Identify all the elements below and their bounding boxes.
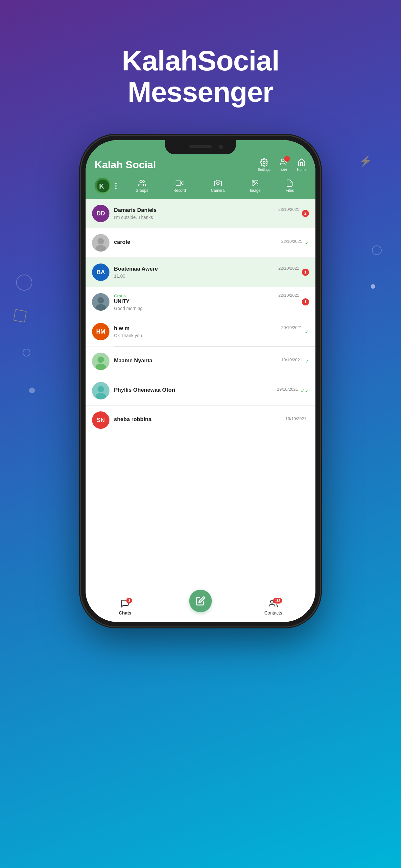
dot3 <box>115 188 117 189</box>
phone-frame: Kalah Social Settings <box>81 135 320 626</box>
chat-header-row: Maame Nyanta 19/10/2021 <box>114 358 302 364</box>
unread-badge: 2 <box>302 210 309 217</box>
nav-chats[interactable]: 3 Chats <box>119 599 131 616</box>
groups-button[interactable]: Groups <box>135 179 148 193</box>
contacts-badge: 185 <box>273 598 282 603</box>
camera-button[interactable]: Camera <box>211 179 225 193</box>
svg-point-16 <box>97 297 104 304</box>
chat-item[interactable]: Maame Nyanta 19/10/2021 ✓ <box>86 347 315 376</box>
svg-point-20 <box>96 364 106 370</box>
chat-preview: Ok Thank you <box>114 333 302 338</box>
message-status-check: ✓ <box>305 359 309 365</box>
dot1 <box>115 183 117 184</box>
chat-item[interactable]: DD Damaris Daniels 23/10/2021 I'm outsid… <box>86 199 315 228</box>
unread-badge: 1 <box>302 269 309 276</box>
chats-badge: 3 <box>126 598 132 603</box>
svg-rect-8 <box>176 181 181 185</box>
phone-notch <box>165 140 236 154</box>
svg-point-13 <box>97 238 104 244</box>
record-icon <box>176 179 183 187</box>
chat-name: Maame Nyanta <box>114 358 152 364</box>
svg-point-6 <box>140 180 143 183</box>
kalah-logo-icon: K <box>96 180 110 192</box>
chat-right: 1 <box>302 269 309 276</box>
toolbar-actions: Groups Record <box>123 179 306 193</box>
chat-date: 22/10/2021 <box>278 266 299 271</box>
header-icons: Settings <box>258 158 306 172</box>
chat-item[interactable]: BA Boatemaa Awere 22/10/2021 11.00 1 <box>86 258 315 287</box>
contacts-label: Contacts <box>265 610 282 616</box>
chat-right: ✓✓ <box>301 388 309 394</box>
svg-point-19 <box>97 356 104 363</box>
avatar-image-icon <box>92 382 110 399</box>
bottom-navigation: 3 Chats <box>86 595 315 622</box>
chat-info: carole 22/10/2021 <box>114 239 302 247</box>
chat-item[interactable]: Phyllis Ohenewaa Ofori 19/10/2021 ✓✓ <box>86 376 315 406</box>
svg-text:K: K <box>99 182 104 190</box>
chat-header-row: Phyllis Ohenewaa Ofori 19/10/2021 <box>114 387 298 393</box>
chat-date: 20/10/2021 <box>281 325 302 330</box>
avatar <box>92 382 110 399</box>
image-button[interactable]: Image <box>250 179 260 193</box>
home-label: Home <box>297 167 306 172</box>
message-status-double-check: ✓✓ <box>301 388 309 394</box>
app-content: Kalah Social Settings <box>86 140 315 622</box>
chat-header-row: h w m 20/10/2021 <box>114 325 302 332</box>
chat-preview: Good morning <box>114 306 299 311</box>
gear-icon <box>260 158 268 166</box>
chat-header-row: Damaris Daniels 23/10/2021 <box>114 207 299 213</box>
compose-fab-button[interactable] <box>189 590 212 612</box>
chat-name: h w m <box>114 325 129 332</box>
avatar: DD <box>92 205 110 222</box>
chat-date: 19/10/2021 <box>285 416 306 421</box>
notch-speaker <box>189 145 212 148</box>
files-icon <box>286 179 294 187</box>
chat-right: 1 <box>302 299 309 306</box>
chat-item[interactable]: Group UNITY 22/10/2021 Good morning 1 <box>86 287 315 317</box>
app-name: Kalah Social <box>95 159 156 171</box>
chat-date: 19/10/2021 <box>277 387 298 392</box>
phone-mockup: Kalah Social Settings <box>81 135 320 626</box>
avatar: BA <box>92 264 110 281</box>
camera-label: Camera <box>211 188 225 193</box>
avatar <box>92 352 110 370</box>
nav-contacts[interactable]: 185 Contacts <box>265 599 282 616</box>
chat-item[interactable]: HM h w m 20/10/2021 Ok Thank you ✓ <box>86 317 315 346</box>
chat-date: 22/10/2021 <box>278 293 299 298</box>
groups-icon <box>138 179 146 187</box>
svg-point-23 <box>96 393 106 399</box>
settings-label: Settings <box>258 167 271 172</box>
chat-item[interactable]: carole 22/10/2021 ✓ <box>86 228 315 258</box>
app-logo-avatar[interactable]: K <box>95 178 112 194</box>
chat-name: UNITY <box>114 299 129 304</box>
add-button[interactable]: 1 Add <box>280 158 288 172</box>
chat-info: Phyllis Ohenewaa Ofori 19/10/2021 <box>114 387 298 395</box>
svg-point-14 <box>96 245 106 252</box>
unread-badge: 1 <box>302 299 309 306</box>
chat-right: ✓ <box>305 329 309 335</box>
header-toolbar: K <box>95 178 306 199</box>
chat-date: 23/10/2021 <box>278 207 299 212</box>
chat-name: Boatemaa Awere <box>114 266 158 272</box>
chat-header-row: carole 22/10/2021 <box>114 239 302 245</box>
group-label: Group <box>114 293 126 299</box>
record-button[interactable]: Record <box>174 179 186 193</box>
settings-button[interactable]: Settings <box>258 158 271 172</box>
phone-screen: Kalah Social Settings <box>86 140 315 622</box>
chat-header-row: sheba robbina 19/10/2021 <box>114 416 306 423</box>
home-button[interactable]: Home <box>297 158 306 172</box>
avatar: SN <box>92 411 110 429</box>
chat-right: 2 <box>302 210 309 217</box>
chat-info: sheba robbina 19/10/2021 <box>114 416 306 424</box>
dot2 <box>115 185 117 187</box>
image-label: Image <box>250 188 260 193</box>
files-button[interactable]: Files <box>286 179 294 193</box>
chat-info: Group UNITY 22/10/2021 Good morning <box>114 293 299 311</box>
chat-right: ✓ <box>305 240 309 246</box>
chat-item[interactable]: SN sheba robbina 19/10/2021 <box>86 406 315 435</box>
app-title: KalahSocial Messenger <box>0 0 401 127</box>
chat-date: 19/10/2021 <box>281 358 302 362</box>
chat-header-row: Boatemaa Awere 22/10/2021 <box>114 266 299 272</box>
svg-point-9 <box>217 182 219 185</box>
more-menu-button[interactable] <box>115 183 117 189</box>
